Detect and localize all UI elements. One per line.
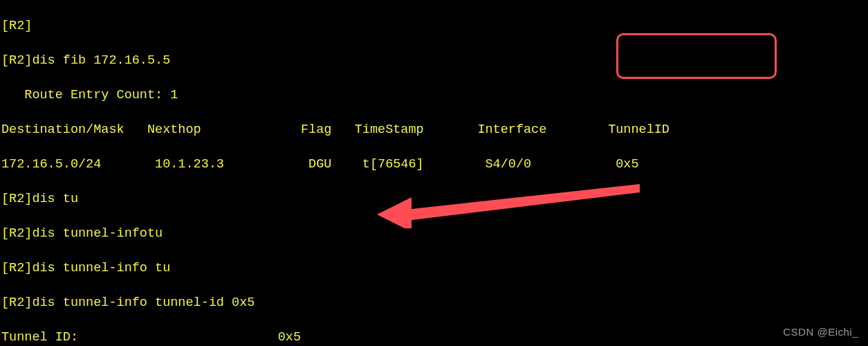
col-destination-mask: Destination/Mask	[1, 122, 124, 137]
term-line: [R2]dis tu	[1, 190, 867, 208]
term-line: [R2]dis tunnel-info tu	[1, 260, 867, 277]
col-flag: Flag	[301, 122, 331, 137]
val-interface: S4/0/0	[485, 157, 531, 172]
terminal-output: [R2] [R2]dis fib 172.16.5.5 Route Entry …	[0, 0, 868, 346]
term-line: [R2]dis tunnel-info tunnel-id 0x5	[1, 294, 867, 311]
val-nexthop: 10.1.23.3	[155, 157, 224, 172]
val-tunnelid: 0x5	[616, 157, 638, 172]
kv-key: Tunnel ID:	[1, 330, 78, 345]
term-line: [R2]dis fib 172.16.5.5	[1, 52, 867, 69]
col-timestamp: TimeStamp	[355, 122, 424, 137]
watermark-text: CSDN @Eichi_	[783, 323, 858, 340]
col-tunnelid: TunnelID	[608, 122, 670, 137]
tunnel-id-row: Tunnel ID: 0x5	[1, 329, 867, 346]
val-timestamp: t[76546]	[362, 157, 424, 172]
val-destination-mask: 172.16.5.0/24	[1, 157, 101, 172]
col-interface: Interface	[477, 122, 546, 137]
val-flag: DGU	[308, 157, 331, 172]
fib-header-row: Destination/Mask Nexthop Flag TimeStamp …	[1, 121, 867, 138]
col-nexthop: Nexthop	[147, 122, 201, 137]
kv-value: 0x5	[278, 330, 301, 345]
term-line: [R2]dis tunnel-infotu	[1, 225, 867, 242]
term-line: Route Entry Count: 1	[1, 86, 867, 104]
fib-data-row: 172.16.5.0/24 10.1.23.3 DGU t[76546] S4/…	[1, 156, 867, 173]
term-line: [R2]	[1, 17, 867, 35]
